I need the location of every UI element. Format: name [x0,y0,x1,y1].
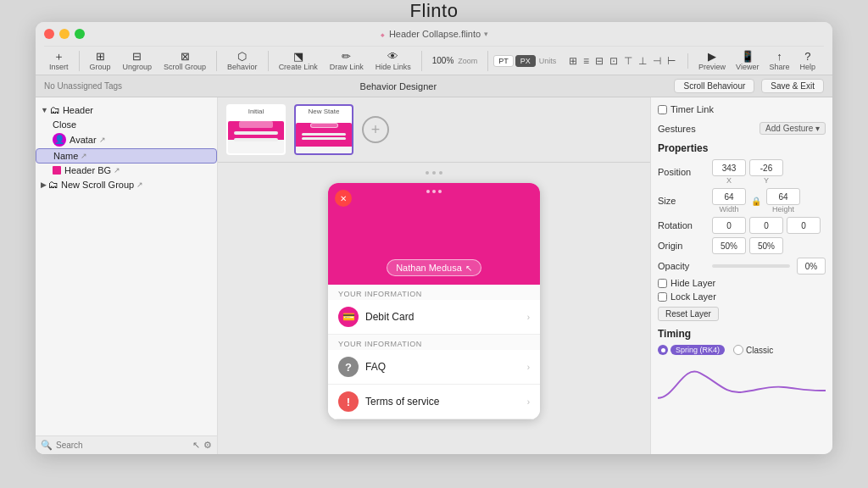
group-icon: ⊞ [96,51,105,62]
share-icon: ↑ [776,51,782,62]
help-button[interactable]: ? Help [796,51,819,71]
traffic-lights [44,29,85,39]
right-align-icon[interactable]: ⊢ [665,54,677,68]
align-icon[interactable]: ≡ [581,54,591,68]
scroll-behaviour-button[interactable]: Scroll Behaviour [674,79,754,93]
name-text: Nathan Medusa [396,263,462,273]
lock-aspect-icon[interactable]: 🔒 [749,197,763,206]
size-width-input[interactable] [712,188,746,205]
sidebar-item-new-scroll-group[interactable]: ▶ 🗂 New Scroll Group ↗ [36,177,217,192]
sep4 [421,51,422,71]
group-button[interactable]: ⊞ Group [85,49,116,73]
px-button[interactable]: PX [515,55,536,67]
timer-link-row: Timer Link [658,103,826,116]
behavior-button[interactable]: ⬡ Behavior [222,49,263,73]
spring-radio[interactable]: Spring (RK4) [658,345,725,355]
faq-text: FAQ [365,361,527,373]
rotation-y-input[interactable] [749,217,783,234]
left-align-icon[interactable]: ⊣ [651,54,663,68]
state-thumb-new-state[interactable]: New State [294,104,353,155]
terms-icon: ! [338,391,359,412]
sep6 [687,53,688,69]
state-thumb-initial[interactable]: Initial [226,104,286,155]
main-area: ▼ 🗂 Header Close 👤 Avatar ↗ [36,97,832,454]
sep3 [268,51,269,71]
units-label: Units [539,57,557,65]
cursor-tool-icon[interactable]: ↖ [192,440,200,451]
sidebar-item-close[interactable]: Close [36,118,217,131]
collapsed-arrow-icon: ▶ [41,180,47,189]
draw-link-button[interactable]: ✏ Draw Link [325,49,369,73]
states-bar: Initial New State [218,97,650,163]
dots-indicator [426,190,442,193]
gestures-label: Gestures [658,124,696,134]
scroll-group-button[interactable]: ⊠ Scroll Group [159,49,211,73]
add-gesture-button[interactable]: Add Gesture ▾ [760,122,826,135]
fullscreen-window-button[interactable] [75,29,85,39]
opacity-row: Opacity [658,256,826,276]
pt-button[interactable]: PT [493,55,514,67]
rotation-z-input[interactable] [787,217,821,234]
add-state-button[interactable]: + [362,116,389,143]
sep2 [216,51,217,71]
insert-button[interactable]: ＋ Insert [44,49,74,73]
list-item-terms[interactable]: ! Terms of service › [328,385,540,419]
origin-row: Origin [658,236,826,256]
top-align-icon[interactable]: ⊤ [622,54,634,68]
faq-icon: ? [338,357,359,377]
share-button[interactable]: ↑ Share [765,51,793,71]
bottom-align-icon[interactable]: ⊥ [637,54,648,68]
insert-icon: ＋ [53,51,64,62]
right-panel: Timer Link Gestures Add Gesture ▾ Proper… [650,97,832,454]
sidebar-item-header-bg[interactable]: Header BG ↗ [36,164,217,177]
device-close-button[interactable]: ✕ [335,190,352,207]
minimize-window-button[interactable] [59,29,70,39]
grid-icon[interactable]: ⊞ [567,54,579,68]
viewer-button[interactable]: 📱 Viewer [732,51,762,71]
search-icon: 🔍 [41,440,53,451]
size-height-input[interactable] [766,188,800,205]
canvas-viewport[interactable]: ✕ Nathan Medusa ↖ [218,163,650,454]
close-window-button[interactable] [44,29,54,39]
position-x-input[interactable] [712,159,746,176]
titlebar: ⬥ Header Collapse.flinto ▾ ＋ Insert ⊞ Gr… [36,22,832,75]
rotation-x-input[interactable] [712,217,746,234]
classic-radio-empty [733,345,743,355]
spacing-icon[interactable]: ⊡ [608,54,620,68]
origin-y-input[interactable] [749,237,783,254]
reset-layer-button[interactable]: Reset Layer [658,307,719,321]
timing-chart [658,360,826,402]
rotation-label: Rotation [658,220,709,230]
lock-layer-checkbox[interactable] [658,292,667,302]
settings-icon[interactable]: ⚙ [203,440,212,451]
hide-links-icon: 👁 [387,51,398,62]
sep1 [79,51,80,71]
chevron-icon-2: › [527,363,530,372]
save-exit-button[interactable]: Save & Exit [761,79,824,93]
opacity-input[interactable] [797,258,826,274]
hide-layer-checkbox[interactable] [658,279,667,288]
behavior-designer-label: Behavior Designer [360,81,437,92]
device-list: YOUR INFORMATION 💳 Debit Card › YOUR INF… [328,285,540,419]
position-y-input[interactable] [749,159,783,176]
list-item-debit-card[interactable]: 💳 Debit Card › [328,300,540,335]
create-link-button[interactable]: ⬔ Create Link [274,49,323,73]
classic-radio[interactable]: Classic [733,345,773,355]
sidebar-item-name[interactable]: Name ↗ [36,148,217,164]
help-icon: ? [804,51,810,62]
canvas-area: Initial New State [218,97,650,454]
search-input[interactable] [56,441,192,450]
arrow-icon: ▼ [41,106,48,114]
distribute-icon[interactable]: ⊟ [593,54,605,68]
main-window: ⬥ Header Collapse.flinto ▾ ＋ Insert ⊞ Gr… [36,22,832,454]
hide-links-button[interactable]: 👁 Hide Links [370,49,416,73]
ungroup-button[interactable]: ⊟ Ungroup [118,49,158,73]
position-label: Position [658,167,709,177]
properties-title: Properties [658,142,826,154]
timer-link-checkbox[interactable] [658,105,667,114]
preview-button[interactable]: ▶ Preview [695,51,729,71]
sidebar-item-avatar[interactable]: 👤 Avatar ↗ [36,131,217,148]
list-item-faq[interactable]: ? FAQ › [328,350,540,385]
origin-x-input[interactable] [712,237,746,254]
sidebar-item-header[interactable]: ▼ 🗂 Header [36,103,217,118]
